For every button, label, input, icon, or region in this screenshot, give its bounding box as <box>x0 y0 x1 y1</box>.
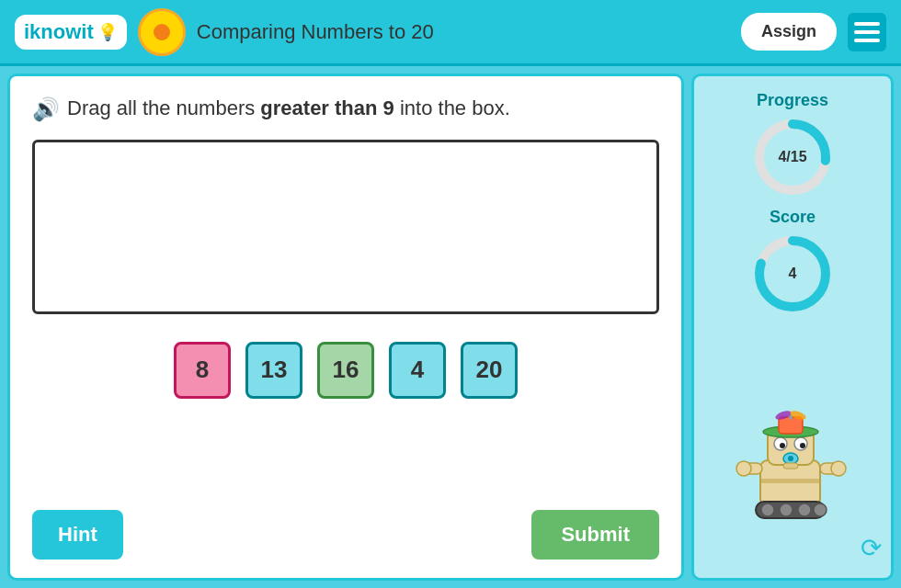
menu-line-1 <box>854 22 880 26</box>
mascot-area <box>733 324 852 524</box>
bulb-icon: 💡 <box>97 22 118 42</box>
assign-button[interactable]: Assign <box>741 13 837 51</box>
question-area: 🔊 Drag all the numbers greater than 9 in… <box>32 95 659 123</box>
svg-point-25 <box>814 503 827 516</box>
svg-point-11 <box>788 456 793 461</box>
main-content: 🔊 Drag all the numbers greater than 9 in… <box>0 66 901 588</box>
logo-text: iknowit <box>24 20 94 44</box>
tile-16[interactable]: 16 <box>317 342 374 399</box>
app-header: iknowit 💡 Comparing Numbers to 20 Assign <box>0 0 901 66</box>
menu-line-3 <box>854 39 880 42</box>
back-button[interactable]: ⟳ <box>861 533 882 563</box>
progress-value: 4/15 <box>778 149 806 165</box>
logo: iknowit 💡 <box>15 15 127 50</box>
progress-title: Progress <box>757 91 828 110</box>
svg-point-8 <box>780 443 785 448</box>
submit-button[interactable]: Submit <box>531 510 659 560</box>
svg-point-19 <box>736 461 751 476</box>
speaker-icon[interactable]: 🔊 <box>32 96 60 122</box>
hint-button[interactable]: Hint <box>32 510 123 560</box>
score-title: Score <box>770 208 815 227</box>
svg-point-20 <box>831 461 846 476</box>
score-section: Score 4 <box>751 208 834 315</box>
progress-section: Progress 4/15 <box>751 91 834 198</box>
score-value: 4 <box>789 266 797 282</box>
tile-4[interactable]: 4 <box>389 342 446 399</box>
menu-line-2 <box>854 30 880 34</box>
number-tiles-area: 8 13 16 4 20 <box>32 333 659 408</box>
bottom-buttons: Hint Submit <box>32 510 659 560</box>
left-panel: 🔊 Drag all the numbers greater than 9 in… <box>7 74 684 581</box>
drop-target-box[interactable] <box>32 140 659 314</box>
svg-rect-27 <box>783 463 798 469</box>
svg-point-24 <box>798 503 811 516</box>
tile-8[interactable]: 8 <box>174 342 231 399</box>
tile-13[interactable]: 13 <box>245 342 302 399</box>
progress-donut: 4/15 <box>751 116 834 198</box>
medal-badge <box>138 8 186 56</box>
medal-inner <box>154 24 170 40</box>
question-text: Drag all the numbers greater than 9 into… <box>67 95 510 123</box>
svg-rect-26 <box>760 479 820 483</box>
mascot-robot <box>733 410 852 520</box>
lesson-title: Comparing Numbers to 20 <box>197 20 730 44</box>
right-panel: Progress 4/15 Score 4 <box>691 74 894 581</box>
tile-20[interactable]: 20 <box>461 342 518 399</box>
svg-point-9 <box>800 443 805 448</box>
svg-point-22 <box>761 503 774 516</box>
menu-button[interactable] <box>848 13 886 51</box>
score-donut: 4 <box>751 232 834 315</box>
svg-point-23 <box>780 503 793 516</box>
